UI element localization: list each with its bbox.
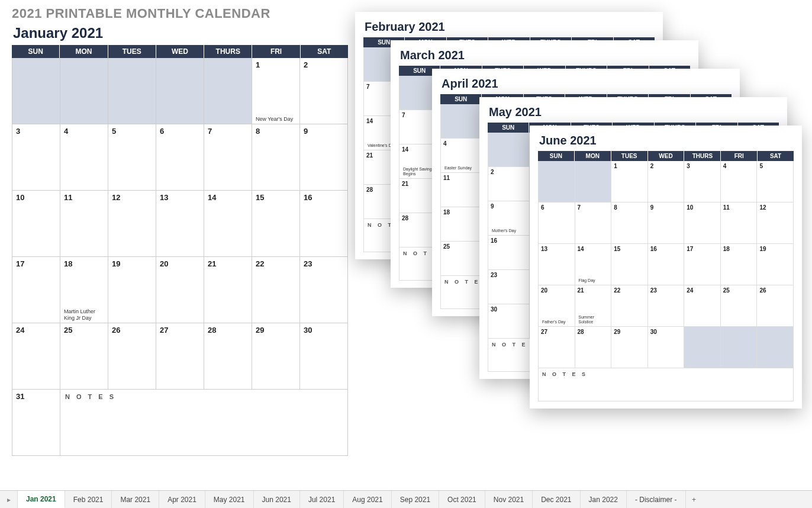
calendar-cell[interactable]: 17 — [12, 257, 60, 323]
sheet-tab[interactable]: Feb 2021 — [65, 491, 112, 508]
sheet-tab[interactable]: - Disclaimer - — [627, 491, 686, 508]
calendar-cell[interactable]: 25 — [60, 323, 108, 390]
calendar-cell[interactable] — [488, 133, 530, 167]
sheet-tab[interactable]: Aug 2021 — [344, 491, 391, 508]
calendar-cell[interactable]: 29 — [611, 327, 648, 368]
calendar-cell[interactable]: 5 — [108, 124, 156, 191]
calendar-cell[interactable]: 21 — [204, 257, 252, 323]
calendar-cell[interactable]: 12 — [757, 202, 794, 244]
calendar-cell[interactable]: 11 — [441, 173, 482, 207]
calendar-cell[interactable] — [204, 58, 252, 124]
calendar-cell[interactable]: 12 — [108, 191, 156, 257]
calendar-cell[interactable]: 10 — [684, 202, 721, 244]
calendar-cell[interactable]: 31 — [12, 390, 60, 456]
calendar-cell[interactable]: 30 — [300, 323, 348, 390]
calendar-cell[interactable]: 6 — [156, 124, 204, 191]
calendar-cell[interactable]: 15 — [252, 191, 300, 257]
calendar-cell[interactable]: 7 — [575, 202, 612, 244]
sheet-tab[interactable]: Oct 2021 — [439, 491, 485, 508]
calendar-cell[interactable]: 21Summer Solstice — [575, 285, 612, 327]
calendar-cell[interactable] — [60, 58, 108, 124]
calendar-cell[interactable]: 19 — [757, 244, 794, 285]
calendar-cell[interactable]: 16 — [488, 236, 530, 270]
calendar-cell[interactable]: 20 — [156, 257, 204, 323]
calendar-cell[interactable]: 30 — [488, 304, 530, 339]
calendar-cell[interactable]: 18 — [721, 244, 758, 285]
sheet-tab[interactable]: Jul 2021 — [300, 491, 344, 508]
calendar-cell[interactable] — [539, 161, 575, 202]
sheet-tab[interactable]: Nov 2021 — [485, 491, 533, 508]
calendar-cell[interactable]: 24 — [684, 285, 721, 327]
calendar-cell[interactable]: 8 — [252, 124, 300, 191]
calendar-cell[interactable]: 20Father's Day — [539, 285, 575, 327]
calendar-cell[interactable]: 26 — [757, 285, 794, 327]
calendar-cell[interactable]: 23 — [488, 270, 530, 304]
calendar-cell[interactable] — [575, 161, 612, 202]
calendar-cell[interactable] — [684, 327, 721, 368]
sheet-tab[interactable]: Dec 2021 — [533, 491, 580, 508]
calendar-cell[interactable]: 3 — [12, 124, 60, 191]
calendar-cell[interactable] — [721, 327, 758, 368]
calendar-cell[interactable]: 1 — [611, 161, 648, 202]
calendar-cell[interactable]: 1New Year's Day — [252, 58, 300, 124]
calendar-cell[interactable] — [12, 58, 60, 124]
sheet-tab[interactable]: Jun 2021 — [254, 491, 300, 508]
calendar-cell[interactable]: 4 — [721, 161, 758, 202]
calendar-cell[interactable] — [108, 58, 156, 124]
calendar-cell[interactable]: 23 — [648, 285, 685, 327]
calendar-cell[interactable]: 13 — [156, 191, 204, 257]
calendar-cell[interactable]: 2 — [300, 58, 348, 124]
sheet-tab[interactable]: Mar 2021 — [112, 491, 159, 508]
calendar-cell[interactable]: 11 — [60, 191, 108, 257]
sheet-tab[interactable]: May 2021 — [205, 491, 254, 508]
sheet-tab[interactable]: Sep 2021 — [392, 491, 439, 508]
calendar-cell[interactable]: 28 — [204, 323, 252, 390]
calendar-cell[interactable]: 18 — [441, 207, 482, 242]
sheet-tab[interactable]: Apr 2021 — [159, 491, 205, 508]
sheet-tab[interactable]: Jan 2022 — [581, 491, 627, 508]
calendar-cell[interactable]: 9 — [648, 202, 685, 244]
calendar-cell[interactable]: 26 — [108, 323, 156, 390]
calendar-cell[interactable]: 6 — [539, 202, 575, 244]
calendar-cell[interactable]: 22 — [611, 285, 648, 327]
calendar-cell[interactable]: 25 — [441, 242, 482, 276]
calendar-cell[interactable]: 16 — [300, 191, 348, 257]
add-sheet-button[interactable]: + — [686, 491, 703, 508]
calendar-cell[interactable]: 27 — [539, 327, 575, 368]
calendar-cell[interactable]: 4 — [60, 124, 108, 191]
sheet-tab[interactable]: Jan 2021 — [18, 491, 65, 508]
calendar-cell[interactable]: 17 — [684, 244, 721, 285]
calendar-cell[interactable]: 2 — [648, 161, 685, 202]
tab-nav-arrow-icon[interactable]: ▸ — [0, 491, 18, 508]
calendar-cell[interactable]: 19 — [108, 257, 156, 323]
calendar-cell[interactable]: 3 — [684, 161, 721, 202]
calendar-cell[interactable]: 4Easter Sunday — [441, 139, 482, 173]
calendar-cell[interactable]: 24 — [12, 323, 60, 390]
calendar-cell[interactable]: 25 — [721, 285, 758, 327]
calendar-cell[interactable]: 23 — [300, 257, 348, 323]
notes-area[interactable]: N O T E S — [60, 390, 348, 456]
calendar-cell[interactable] — [156, 58, 204, 124]
calendar-cell[interactable]: 9Mother's Day — [488, 201, 530, 236]
calendar-cell[interactable]: 14 — [204, 191, 252, 257]
calendar-cell[interactable]: 15 — [611, 244, 648, 285]
calendar-cell[interactable]: 9 — [300, 124, 348, 191]
calendar-cell[interactable]: 5 — [757, 161, 794, 202]
calendar-cell[interactable] — [757, 327, 794, 368]
calendar-cell[interactable]: 10 — [12, 191, 60, 257]
calendar-cell[interactable]: 14Flag Day — [575, 244, 612, 285]
calendar-cell[interactable]: 2 — [488, 167, 530, 201]
calendar-cell[interactable]: 22 — [252, 257, 300, 323]
calendar-cell[interactable]: 27 — [156, 323, 204, 390]
calendar-cell[interactable]: 30 — [648, 327, 685, 368]
calendar-cell[interactable]: 13 — [539, 244, 575, 285]
calendar-cell[interactable]: 7 — [204, 124, 252, 191]
calendar-cell[interactable]: 16 — [648, 244, 685, 285]
calendar-cell[interactable]: 11 — [721, 202, 758, 244]
calendar-cell[interactable]: 8 — [611, 202, 648, 244]
calendar-cell[interactable]: 18Martin Luther King Jr Day — [60, 257, 108, 323]
notes-area[interactable]: N O T E S — [538, 368, 794, 401]
calendar-cell[interactable] — [441, 104, 482, 139]
calendar-cell[interactable]: 29 — [252, 323, 300, 390]
calendar-cell[interactable]: 28 — [575, 327, 612, 368]
